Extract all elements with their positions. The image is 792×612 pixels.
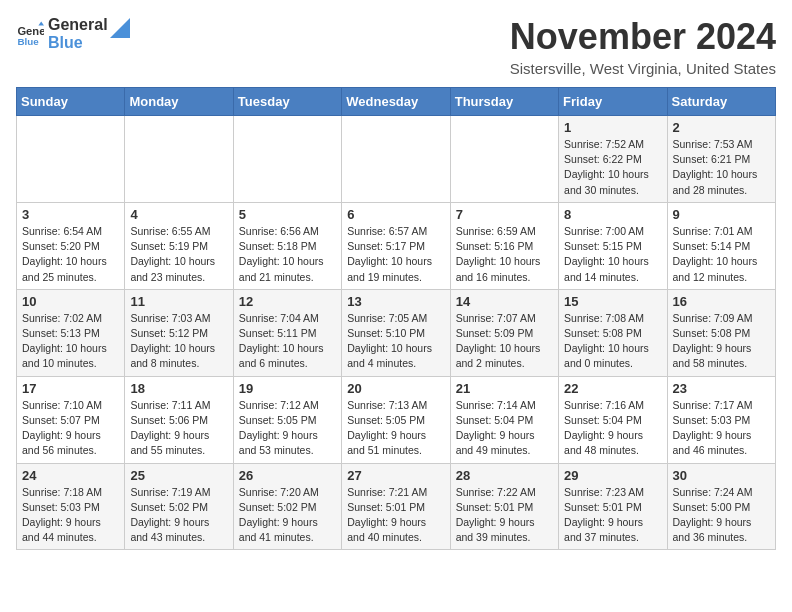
calendar-cell [125, 116, 233, 203]
logo: General Blue General Blue [16, 16, 130, 51]
calendar-cell [342, 116, 450, 203]
day-number: 16 [673, 294, 770, 309]
calendar-cell: 9Sunrise: 7:01 AM Sunset: 5:14 PM Daylig… [667, 202, 775, 289]
day-number: 8 [564, 207, 661, 222]
calendar-cell: 14Sunrise: 7:07 AM Sunset: 5:09 PM Dayli… [450, 289, 558, 376]
day-number: 26 [239, 468, 336, 483]
day-number: 25 [130, 468, 227, 483]
day-info: Sunrise: 7:13 AM Sunset: 5:05 PM Dayligh… [347, 398, 444, 459]
day-info: Sunrise: 6:54 AM Sunset: 5:20 PM Dayligh… [22, 224, 119, 285]
calendar-body: 1Sunrise: 7:52 AM Sunset: 6:22 PM Daylig… [17, 116, 776, 550]
month-title: November 2024 [510, 16, 776, 58]
calendar-cell [17, 116, 125, 203]
day-number: 7 [456, 207, 553, 222]
calendar-cell: 4Sunrise: 6:55 AM Sunset: 5:19 PM Daylig… [125, 202, 233, 289]
day-info: Sunrise: 7:10 AM Sunset: 5:07 PM Dayligh… [22, 398, 119, 459]
calendar-cell: 23Sunrise: 7:17 AM Sunset: 5:03 PM Dayli… [667, 376, 775, 463]
day-info: Sunrise: 7:19 AM Sunset: 5:02 PM Dayligh… [130, 485, 227, 546]
calendar-header: SundayMondayTuesdayWednesdayThursdayFrid… [17, 88, 776, 116]
day-number: 28 [456, 468, 553, 483]
logo-icon: General Blue [16, 20, 44, 48]
calendar-cell: 15Sunrise: 7:08 AM Sunset: 5:08 PM Dayli… [559, 289, 667, 376]
logo-triangle-icon [110, 18, 130, 38]
header-cell-wednesday: Wednesday [342, 88, 450, 116]
header-cell-sunday: Sunday [17, 88, 125, 116]
calendar-cell: 20Sunrise: 7:13 AM Sunset: 5:05 PM Dayli… [342, 376, 450, 463]
day-number: 6 [347, 207, 444, 222]
day-number: 15 [564, 294, 661, 309]
svg-marker-2 [38, 21, 44, 25]
day-info: Sunrise: 7:22 AM Sunset: 5:01 PM Dayligh… [456, 485, 553, 546]
day-number: 14 [456, 294, 553, 309]
calendar-cell [233, 116, 341, 203]
calendar-cell: 26Sunrise: 7:20 AM Sunset: 5:02 PM Dayli… [233, 463, 341, 550]
header-cell-saturday: Saturday [667, 88, 775, 116]
day-info: Sunrise: 7:12 AM Sunset: 5:05 PM Dayligh… [239, 398, 336, 459]
logo-general-text: General [48, 16, 108, 34]
calendar-cell: 7Sunrise: 6:59 AM Sunset: 5:16 PM Daylig… [450, 202, 558, 289]
calendar-cell: 21Sunrise: 7:14 AM Sunset: 5:04 PM Dayli… [450, 376, 558, 463]
title-area: November 2024 Sistersville, West Virgini… [510, 16, 776, 77]
calendar-cell: 1Sunrise: 7:52 AM Sunset: 6:22 PM Daylig… [559, 116, 667, 203]
calendar-cell: 16Sunrise: 7:09 AM Sunset: 5:08 PM Dayli… [667, 289, 775, 376]
day-info: Sunrise: 6:59 AM Sunset: 5:16 PM Dayligh… [456, 224, 553, 285]
day-number: 30 [673, 468, 770, 483]
day-info: Sunrise: 7:05 AM Sunset: 5:10 PM Dayligh… [347, 311, 444, 372]
calendar-cell: 28Sunrise: 7:22 AM Sunset: 5:01 PM Dayli… [450, 463, 558, 550]
calendar-cell: 24Sunrise: 7:18 AM Sunset: 5:03 PM Dayli… [17, 463, 125, 550]
header-cell-friday: Friday [559, 88, 667, 116]
location-subtitle: Sistersville, West Virginia, United Stat… [510, 60, 776, 77]
day-number: 20 [347, 381, 444, 396]
svg-text:Blue: Blue [17, 36, 39, 47]
day-info: Sunrise: 7:21 AM Sunset: 5:01 PM Dayligh… [347, 485, 444, 546]
day-info: Sunrise: 7:08 AM Sunset: 5:08 PM Dayligh… [564, 311, 661, 372]
day-number: 12 [239, 294, 336, 309]
day-info: Sunrise: 7:09 AM Sunset: 5:08 PM Dayligh… [673, 311, 770, 372]
calendar-cell: 3Sunrise: 6:54 AM Sunset: 5:20 PM Daylig… [17, 202, 125, 289]
day-info: Sunrise: 7:52 AM Sunset: 6:22 PM Dayligh… [564, 137, 661, 198]
day-info: Sunrise: 7:23 AM Sunset: 5:01 PM Dayligh… [564, 485, 661, 546]
day-number: 11 [130, 294, 227, 309]
calendar-cell: 18Sunrise: 7:11 AM Sunset: 5:06 PM Dayli… [125, 376, 233, 463]
day-number: 2 [673, 120, 770, 135]
calendar-cell: 30Sunrise: 7:24 AM Sunset: 5:00 PM Dayli… [667, 463, 775, 550]
calendar-table: SundayMondayTuesdayWednesdayThursdayFrid… [16, 87, 776, 550]
calendar-cell: 8Sunrise: 7:00 AM Sunset: 5:15 PM Daylig… [559, 202, 667, 289]
day-number: 22 [564, 381, 661, 396]
calendar-cell: 5Sunrise: 6:56 AM Sunset: 5:18 PM Daylig… [233, 202, 341, 289]
calendar-week-2: 3Sunrise: 6:54 AM Sunset: 5:20 PM Daylig… [17, 202, 776, 289]
calendar-cell: 6Sunrise: 6:57 AM Sunset: 5:17 PM Daylig… [342, 202, 450, 289]
day-number: 29 [564, 468, 661, 483]
svg-marker-3 [110, 18, 130, 38]
day-number: 27 [347, 468, 444, 483]
day-info: Sunrise: 7:14 AM Sunset: 5:04 PM Dayligh… [456, 398, 553, 459]
day-number: 24 [22, 468, 119, 483]
day-number: 23 [673, 381, 770, 396]
day-number: 13 [347, 294, 444, 309]
day-number: 4 [130, 207, 227, 222]
calendar-week-3: 10Sunrise: 7:02 AM Sunset: 5:13 PM Dayli… [17, 289, 776, 376]
day-info: Sunrise: 7:02 AM Sunset: 5:13 PM Dayligh… [22, 311, 119, 372]
calendar-week-4: 17Sunrise: 7:10 AM Sunset: 5:07 PM Dayli… [17, 376, 776, 463]
calendar-cell: 12Sunrise: 7:04 AM Sunset: 5:11 PM Dayli… [233, 289, 341, 376]
day-info: Sunrise: 7:03 AM Sunset: 5:12 PM Dayligh… [130, 311, 227, 372]
day-number: 17 [22, 381, 119, 396]
day-info: Sunrise: 7:11 AM Sunset: 5:06 PM Dayligh… [130, 398, 227, 459]
day-info: Sunrise: 7:07 AM Sunset: 5:09 PM Dayligh… [456, 311, 553, 372]
day-info: Sunrise: 7:18 AM Sunset: 5:03 PM Dayligh… [22, 485, 119, 546]
calendar-cell: 27Sunrise: 7:21 AM Sunset: 5:01 PM Dayli… [342, 463, 450, 550]
day-number: 3 [22, 207, 119, 222]
header-cell-tuesday: Tuesday [233, 88, 341, 116]
calendar-week-1: 1Sunrise: 7:52 AM Sunset: 6:22 PM Daylig… [17, 116, 776, 203]
header-cell-thursday: Thursday [450, 88, 558, 116]
day-info: Sunrise: 7:16 AM Sunset: 5:04 PM Dayligh… [564, 398, 661, 459]
calendar-cell: 2Sunrise: 7:53 AM Sunset: 6:21 PM Daylig… [667, 116, 775, 203]
calendar-cell: 25Sunrise: 7:19 AM Sunset: 5:02 PM Dayli… [125, 463, 233, 550]
day-info: Sunrise: 7:04 AM Sunset: 5:11 PM Dayligh… [239, 311, 336, 372]
day-info: Sunrise: 6:55 AM Sunset: 5:19 PM Dayligh… [130, 224, 227, 285]
day-info: Sunrise: 7:17 AM Sunset: 5:03 PM Dayligh… [673, 398, 770, 459]
day-info: Sunrise: 7:00 AM Sunset: 5:15 PM Dayligh… [564, 224, 661, 285]
calendar-cell: 29Sunrise: 7:23 AM Sunset: 5:01 PM Dayli… [559, 463, 667, 550]
day-number: 21 [456, 381, 553, 396]
calendar-cell: 17Sunrise: 7:10 AM Sunset: 5:07 PM Dayli… [17, 376, 125, 463]
